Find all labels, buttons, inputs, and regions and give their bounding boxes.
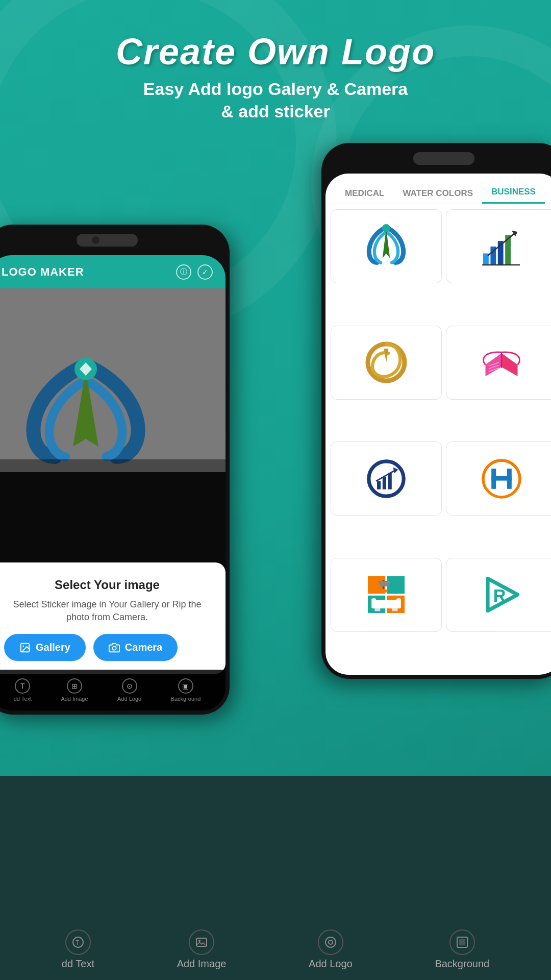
svg-text:T: T bbox=[76, 939, 80, 946]
logo-item-2[interactable] bbox=[446, 209, 551, 283]
add-image-label: Add Image bbox=[177, 958, 227, 970]
logo-item-3[interactable] bbox=[331, 326, 442, 400]
svg-rect-21 bbox=[491, 476, 512, 480]
dialog-buttons: Gallery Camera bbox=[4, 634, 210, 661]
svg-rect-15 bbox=[377, 481, 381, 489]
add-image-icon bbox=[189, 929, 214, 955]
logo-item-7[interactable] bbox=[331, 558, 442, 632]
header-section: Create Own Logo Easy Add logo Galery & C… bbox=[0, 31, 551, 122]
svg-rect-30 bbox=[392, 608, 398, 611]
main-title: Create Own Logo bbox=[0, 31, 551, 72]
svg-rect-17 bbox=[388, 473, 392, 489]
dialog-desc: Select Sticker image in Your Gallery or … bbox=[4, 598, 210, 624]
bar-icons: ⓘ ✓ bbox=[176, 264, 213, 280]
svg-rect-16 bbox=[383, 477, 386, 489]
text-icon: T bbox=[15, 678, 30, 694]
app-nav-add-text[interactable]: T dd Text bbox=[62, 929, 94, 970]
svg-point-37 bbox=[198, 940, 201, 942]
left-nav-image[interactable]: ⊞ Add Image bbox=[61, 678, 88, 702]
add-text-label: dd Text bbox=[62, 958, 94, 970]
gallery-button[interactable]: Gallery bbox=[4, 634, 86, 661]
tab-business[interactable]: BUSINESS bbox=[482, 182, 545, 204]
svg-rect-28 bbox=[396, 598, 401, 608]
subtitle: Easy Add logo Galery & Camera & add stic… bbox=[0, 78, 551, 122]
logo-item-8[interactable]: R bbox=[446, 558, 551, 632]
dialog-title: Select Your image bbox=[4, 578, 210, 592]
app-nav-add-image[interactable]: Add Image bbox=[177, 929, 227, 970]
phones-container: LOGO MAKER ⓘ ✓ bbox=[0, 143, 551, 755]
svg-point-4 bbox=[382, 224, 390, 232]
logo-item-6[interactable] bbox=[446, 442, 551, 516]
info-icon[interactable]: ⓘ bbox=[176, 264, 191, 280]
logo-item-5[interactable] bbox=[331, 442, 442, 516]
logo-grid: R bbox=[325, 204, 551, 675]
check-icon[interactable]: ✓ bbox=[197, 264, 213, 280]
tab-watercolors[interactable]: WATER COLORS bbox=[393, 183, 482, 204]
left-camera-dot bbox=[92, 236, 99, 244]
right-phone-camera bbox=[413, 152, 474, 165]
left-phone-bottom: T dd Text ⊞ Add Image ⊙ Add Logo ▣ Backg… bbox=[0, 670, 226, 710]
svg-rect-29 bbox=[375, 608, 381, 611]
phone-left: LOGO MAKER ⓘ ✓ bbox=[0, 225, 230, 715]
dialog-box: Select Your image Select Sticker image i… bbox=[0, 562, 226, 674]
svg-point-2 bbox=[22, 645, 24, 647]
logo-icon: ⊙ bbox=[122, 678, 137, 694]
background-icon bbox=[449, 929, 475, 955]
left-phone-appbar: LOGO MAKER ⓘ ✓ bbox=[0, 255, 226, 288]
background-label: Background bbox=[435, 958, 489, 970]
camera-button[interactable]: Camera bbox=[93, 634, 178, 661]
app-name: LOGO MAKER bbox=[2, 265, 84, 279]
left-logo-svg bbox=[14, 355, 157, 472]
svg-rect-41 bbox=[459, 939, 465, 945]
svg-point-39 bbox=[329, 940, 333, 944]
svg-rect-26 bbox=[373, 600, 399, 608]
image-icon: ⊞ bbox=[67, 678, 82, 694]
logo-item-4[interactable] bbox=[446, 326, 551, 400]
app-nav-background[interactable]: Background bbox=[435, 929, 489, 970]
add-logo-icon bbox=[318, 929, 343, 955]
svg-rect-23 bbox=[387, 576, 405, 594]
left-nav-bg[interactable]: ▣ Background bbox=[171, 678, 201, 702]
left-nav-text[interactable]: T dd Text bbox=[14, 678, 32, 702]
svg-point-32 bbox=[379, 589, 388, 593]
svg-rect-27 bbox=[371, 598, 376, 608]
phone-right: MEDICAL WATER COLORS BUSINESS bbox=[321, 143, 551, 679]
svg-text:R: R bbox=[493, 586, 506, 605]
svg-point-38 bbox=[325, 937, 336, 947]
app-bottom-bar: T dd Text Add Image Add Logo bbox=[0, 919, 551, 980]
svg-point-3 bbox=[112, 646, 116, 650]
tab-medical[interactable]: MEDICAL bbox=[336, 183, 393, 204]
left-nav-logo[interactable]: ⊙ Add Logo bbox=[117, 678, 141, 702]
right-phone-tabs: MEDICAL WATER COLORS BUSINESS bbox=[325, 174, 551, 204]
add-logo-label: Add Logo bbox=[309, 958, 353, 970]
logo-item-1[interactable] bbox=[331, 209, 442, 283]
left-phone-camera bbox=[77, 234, 138, 247]
left-phone-canvas bbox=[0, 288, 226, 472]
add-text-icon: T bbox=[65, 929, 91, 955]
bg-icon: ▣ bbox=[178, 678, 193, 694]
app-nav-add-logo[interactable]: Add Logo bbox=[309, 929, 353, 970]
